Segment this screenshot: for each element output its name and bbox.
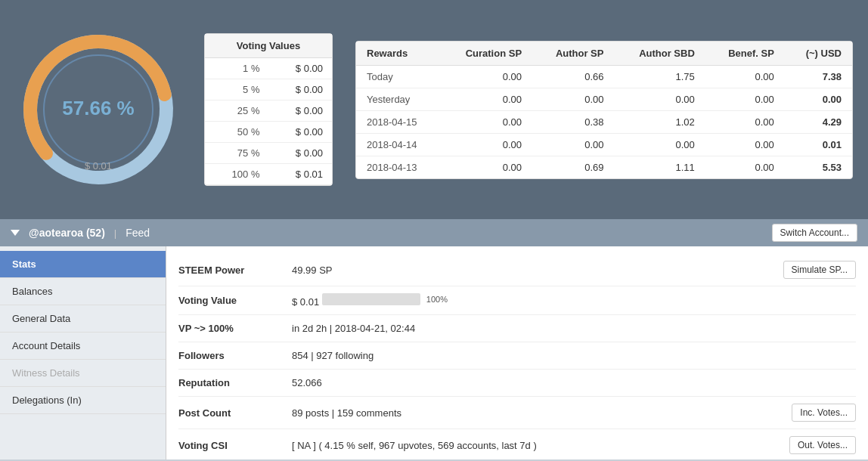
- rewards-usd: 4.29: [785, 110, 852, 133]
- stat-row-vp-100: VP ~> 100% in 2d 2h | 2018-04-21, 02:44: [178, 315, 856, 342]
- rewards-date: 2018-04-15: [356, 110, 441, 133]
- rewards-col-header: Curation SP: [441, 42, 532, 66]
- voting-pct: 25 %: [205, 101, 268, 122]
- stat-row-post-count: Post Count 89 posts | 159 comments Inc. …: [178, 397, 856, 429]
- rewards-date: 2018-04-14: [356, 133, 441, 156]
- rewards-benef: 0.00: [705, 88, 785, 110]
- rewards-author-sbd: 1.75: [614, 65, 705, 88]
- rewards-col-header: Author SP: [532, 42, 614, 66]
- rewards-row: 2018-04-13 0.00 0.69 1.11 0.00 5.53: [356, 156, 852, 178]
- voting-value-row: 100 % $ 0.01: [205, 164, 332, 185]
- rewards-curation: 0.00: [441, 156, 532, 178]
- rewards-row: 2018-04-14 0.00 0.00 0.00 0.00 0.01: [356, 133, 852, 156]
- top-section: 57.66 % $ 0.01 Voting Values 1 % $ 0.00 …: [0, 0, 868, 219]
- rewards-date: Today: [356, 65, 441, 88]
- feed-link[interactable]: Feed: [126, 227, 150, 239]
- voting-value-row: 25 % $ 0.00: [205, 101, 332, 122]
- stat-value-voting-value: $ 0.01 100%: [292, 293, 856, 308]
- action-btn-voting-csi[interactable]: Out. Votes...: [789, 436, 856, 454]
- rewards-col-header: Benef. SP: [705, 42, 785, 66]
- stat-value-text: $ 0.01: [292, 296, 319, 308]
- rewards-author-sbd: 0.00: [614, 88, 705, 110]
- stat-row-reputation: Reputation 52.066: [178, 370, 856, 397]
- sidebar-item-general-data[interactable]: General Data: [0, 305, 166, 333]
- sidebar-item-balances[interactable]: Balances: [0, 278, 166, 305]
- voting-values-card: Voting Values 1 % $ 0.00 5 % $ 0.00 25 %…: [204, 33, 333, 186]
- voting-value-row: 5 % $ 0.00: [205, 79, 332, 101]
- account-name: @aotearoa (52): [29, 227, 105, 239]
- rewards-usd: 0.01: [785, 133, 852, 156]
- voting-pct: 100 %: [205, 164, 268, 185]
- rewards-col-header: Author SBD: [614, 42, 705, 66]
- voting-values-header: Voting Values: [205, 34, 332, 58]
- dropdown-icon[interactable]: [11, 230, 20, 236]
- stat-value-text: 854 | 927 following: [292, 350, 374, 361]
- rewards-benef: 0.00: [705, 156, 785, 178]
- stat-value-reputation: 52.066: [292, 377, 856, 388]
- rewards-col-header: (~) USD: [785, 42, 852, 66]
- rewards-row: 2018-04-15 0.00 0.38 1.02 0.00 4.29: [356, 110, 852, 133]
- rewards-usd: 5.53: [785, 156, 852, 178]
- rewards-benef: 0.00: [705, 65, 785, 88]
- rewards-curation: 0.00: [441, 65, 532, 88]
- voting-value-row: 50 % $ 0.00: [205, 122, 332, 143]
- rewards-author-sp: 0.00: [532, 133, 614, 156]
- rewards-curation: 0.00: [441, 88, 532, 110]
- rewards-curation: 0.00: [441, 133, 532, 156]
- stat-row-voting-value: Voting Value $ 0.01 100%: [178, 286, 856, 315]
- stat-label-voting-csi: Voting CSI: [178, 440, 292, 451]
- sidebar-item-delegations-in[interactable]: Delegations (In): [0, 387, 166, 414]
- progress-label: 100%: [426, 295, 448, 304]
- action-btn-post-count[interactable]: Inc. Votes...: [792, 404, 856, 422]
- voting-pct: 75 %: [205, 143, 268, 164]
- voting-amount: $ 0.00: [268, 122, 332, 143]
- stat-value-text: 89 posts | 159 comments: [292, 407, 401, 419]
- stat-value-text: 49.99 SP: [292, 265, 333, 276]
- progress-bar-container: 100%: [322, 293, 448, 305]
- stat-value-text: in 2d 2h | 2018-04-21, 02:44: [292, 323, 415, 334]
- rewards-date: 2018-04-13: [356, 156, 441, 178]
- stat-label-followers: Followers: [178, 350, 292, 361]
- rewards-col-header: Rewards: [356, 42, 441, 66]
- rewards-usd: 7.38: [785, 65, 852, 88]
- stat-value-steem-power: 49.99 SP: [292, 265, 783, 276]
- stat-action-voting-csi: Out. Votes...: [789, 436, 856, 454]
- sidebar-item-stats[interactable]: Stats: [0, 251, 166, 278]
- sidebar: StatsBalancesGeneral DataAccount Details…: [0, 246, 166, 459]
- voting-amount: $ 0.00: [268, 58, 332, 79]
- voting-pct: 5 %: [205, 79, 268, 101]
- gauge-container: 57.66 % $ 0.01: [15, 26, 181, 193]
- voting-value-row: 75 % $ 0.00: [205, 143, 332, 164]
- account-bar: @aotearoa (52) | Feed Switch Account...: [0, 219, 868, 246]
- stat-value-post-count: 89 posts | 159 comments: [292, 407, 792, 419]
- stat-label-steem-power: STEEM Power: [178, 265, 292, 276]
- rewards-author-sbd: 1.11: [614, 156, 705, 178]
- stat-label-voting-value: Voting Value: [178, 295, 292, 306]
- rewards-author-sbd: 1.02: [614, 110, 705, 133]
- rewards-author-sp: 0.38: [532, 110, 614, 133]
- stat-row-followers: Followers 854 | 927 following: [178, 342, 856, 370]
- rewards-author-sp: 0.00: [532, 88, 614, 110]
- gauge-bottom: $ 0.01: [85, 160, 112, 172]
- stat-row-voting-csi: Voting CSI [ NA ] ( 4.15 % self, 967 upv…: [178, 429, 856, 459]
- stat-value-vp-100: in 2d 2h | 2018-04-21, 02:44: [292, 323, 856, 334]
- stat-label-post-count: Post Count: [178, 407, 292, 419]
- rewards-author-sp: 0.66: [532, 65, 614, 88]
- voting-value-row: 1 % $ 0.00: [205, 58, 332, 79]
- voting-amount: $ 0.00: [268, 79, 332, 101]
- rewards-date: Yesterday: [356, 88, 441, 110]
- rewards-author-sp: 0.69: [532, 156, 614, 178]
- rewards-usd: 0.00: [785, 88, 852, 110]
- action-btn-steem-power[interactable]: Simulate SP...: [783, 261, 856, 279]
- rewards-card: RewardsCuration SPAuthor SPAuthor SBDBen…: [355, 41, 853, 179]
- stat-label-reputation: Reputation: [178, 377, 292, 388]
- voting-pct: 50 %: [205, 122, 268, 143]
- switch-account-button[interactable]: Switch Account...: [772, 224, 857, 242]
- stat-row-steem-power: STEEM Power 49.99 SP Simulate SP...: [178, 254, 856, 286]
- voting-pct: 1 %: [205, 58, 268, 79]
- sidebar-item-account-details[interactable]: Account Details: [0, 333, 166, 360]
- progress-bar: [322, 293, 420, 305]
- rewards-benef: 0.00: [705, 133, 785, 156]
- voting-amount: $ 0.00: [268, 143, 332, 164]
- rewards-curation: 0.00: [441, 110, 532, 133]
